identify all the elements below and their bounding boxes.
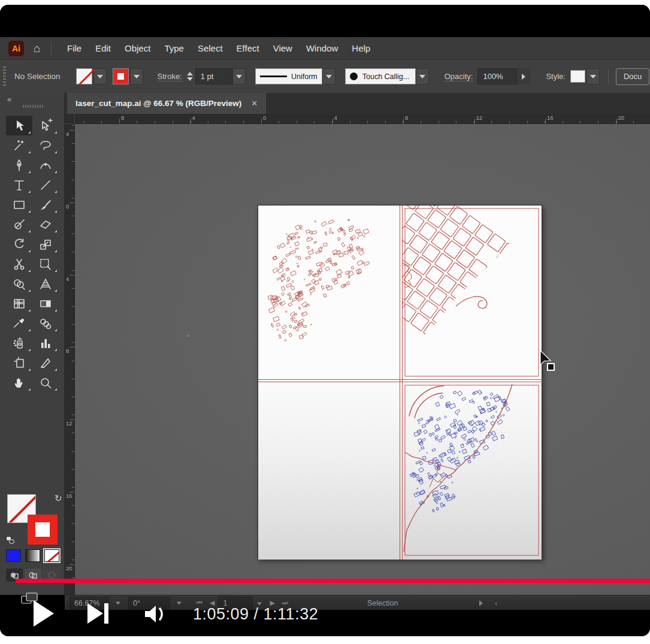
gradient-swatch-button[interactable]: [25, 549, 40, 562]
opacity-label[interactable]: Opacity:: [445, 72, 473, 81]
pen-tool[interactable]: [6, 155, 32, 175]
paintbrush-tool[interactable]: [32, 195, 59, 214]
rotate-tool[interactable]: [6, 234, 32, 254]
shaper-tool[interactable]: [6, 214, 32, 234]
play-button[interactable]: [34, 600, 54, 627]
scale-tool[interactable]: [32, 234, 59, 254]
opacity-expand-button[interactable]: [517, 68, 530, 84]
panel-drag-handle-icon[interactable]: [3, 66, 6, 87]
v-ruler-label: 0: [66, 204, 72, 209]
selection-cursor-icon: [538, 349, 558, 374]
hand-tool[interactable]: [6, 373, 32, 392]
status-collapse-icon[interactable]: ‹: [495, 595, 497, 610]
free-transform-tool[interactable]: [32, 254, 59, 274]
canvas-area[interactable]: [75, 124, 650, 595]
next-video-button[interactable]: [87, 603, 111, 624]
stroke-indicator[interactable]: [28, 515, 58, 545]
none-swatch-button[interactable]: [44, 549, 59, 562]
menu-select[interactable]: Select: [191, 43, 229, 53]
ruler-origin-corner[interactable]: [65, 114, 75, 124]
menu-type[interactable]: Type: [158, 43, 191, 53]
symbol-sprayer-tool[interactable]: [6, 333, 32, 353]
illustrator-logo-icon[interactable]: Ai: [8, 41, 24, 56]
menu-items: FileEditObjectTypeSelectEffectViewWindow…: [60, 43, 377, 53]
menu-file[interactable]: File: [60, 43, 88, 53]
magic-wand-tool[interactable]: [6, 135, 32, 155]
width-profile-field[interactable]: Uniform: [255, 68, 322, 84]
document-tab-title: laser_cut_map.ai @ 66.67 % (RGB/Preview): [75, 99, 241, 108]
gradient-tool[interactable]: [32, 294, 59, 313]
stroke-color-dropdown[interactable]: [130, 68, 143, 84]
shape-builder-tool[interactable]: [6, 274, 32, 294]
stroke-weight-stepper[interactable]: [187, 72, 193, 81]
brush-label: Touch Callig...: [362, 72, 410, 81]
control-bar: No Selection Stroke: 1 pt Uniform Touch …: [0, 59, 650, 93]
style-label: Style:: [546, 72, 566, 81]
fill-stroke-indicator: ↺: [6, 493, 61, 548]
tool-grid: [6, 116, 59, 392]
stroke-label[interactable]: Stroke:: [158, 72, 182, 81]
style-swatch[interactable]: [570, 70, 585, 83]
rotation-dropdown[interactable]: [176, 595, 182, 610]
menu-help[interactable]: Help: [345, 43, 377, 53]
v-ruler-label: 12: [66, 421, 72, 426]
h-ruler-label: 8: [121, 114, 124, 121]
column-graph-tool[interactable]: [32, 333, 59, 353]
h-ruler-label: 4: [192, 114, 195, 121]
brush-dropdown[interactable]: [416, 68, 429, 84]
swap-fill-stroke-icon[interactable]: ↺: [55, 493, 62, 504]
mesh-tool[interactable]: [6, 294, 32, 313]
video-player[interactable]: Ai ⌂ FileEditObjectTypeSelectEffectViewW…: [0, 5, 650, 636]
panel-handle-icon[interactable]: [23, 105, 43, 108]
eyedropper-tool[interactable]: [6, 313, 32, 333]
menu-window[interactable]: Window: [299, 43, 344, 53]
vertical-ruler[interactable]: 4048121620: [65, 124, 75, 595]
style-dropdown[interactable]: [586, 68, 600, 84]
color-swatch-button[interactable]: [6, 549, 21, 562]
status-expand-icon[interactable]: [479, 595, 483, 610]
artboard-tool[interactable]: [6, 353, 32, 373]
artboard[interactable]: [258, 205, 542, 559]
stray-anchor-dot: [188, 335, 189, 337]
home-icon[interactable]: ⌂: [34, 42, 40, 55]
menu-edit[interactable]: Edit: [89, 43, 118, 53]
width-profile-dropdown[interactable]: [322, 68, 335, 84]
zoom-dropdown[interactable]: [115, 595, 121, 610]
color-mode-row: [6, 549, 59, 562]
volume-icon[interactable]: [144, 603, 169, 625]
opacity-field[interactable]: 100%: [477, 68, 517, 84]
stroke-weight-field[interactable]: 1 pt: [195, 68, 232, 84]
perspective-grid-tool[interactable]: [32, 274, 59, 294]
fill-color-dropdown[interactable]: [93, 68, 107, 84]
laser-map-artwork[interactable]: [258, 205, 543, 560]
horizontal-ruler[interactable]: 84048121620: [65, 114, 650, 124]
slice-tool[interactable]: [32, 353, 59, 373]
eraser-tool[interactable]: [32, 214, 59, 234]
fill-color-swatch[interactable]: [76, 68, 92, 84]
curvature-tool[interactable]: [32, 155, 59, 175]
direct-selection-tool[interactable]: [32, 116, 59, 135]
type-tool[interactable]: [6, 175, 32, 195]
close-tab-icon[interactable]: ✕: [251, 99, 258, 108]
stroke-weight-dropdown[interactable]: [232, 68, 246, 84]
line-segment-tool[interactable]: [32, 175, 59, 195]
control-separator: [608, 69, 609, 84]
blend-tool[interactable]: [32, 313, 59, 333]
brush-field[interactable]: Touch Callig...: [345, 68, 416, 84]
lasso-tool[interactable]: [32, 135, 59, 155]
stroke-profile-preview-icon: [260, 75, 287, 77]
video-progress-bar[interactable]: [16, 579, 650, 583]
collapse-panels-icon[interactable]: «: [7, 95, 11, 104]
selection-tool[interactable]: [6, 116, 32, 135]
menu-object[interactable]: Object: [118, 43, 158, 53]
menu-view[interactable]: View: [266, 43, 299, 53]
scissors-tool[interactable]: [6, 254, 32, 274]
rectangle-tool[interactable]: [6, 195, 32, 214]
stroke-color-swatch[interactable]: [113, 68, 129, 84]
document-tab[interactable]: laser_cut_map.ai @ 66.67 % (RGB/Preview)…: [67, 93, 266, 114]
zoom-tool[interactable]: [32, 373, 59, 392]
default-fill-stroke-icon[interactable]: [6, 536, 16, 545]
document-setup-button[interactable]: Docu: [616, 68, 649, 85]
menu-effect[interactable]: Effect: [229, 43, 266, 53]
h-ruler-label: 0: [263, 114, 266, 121]
